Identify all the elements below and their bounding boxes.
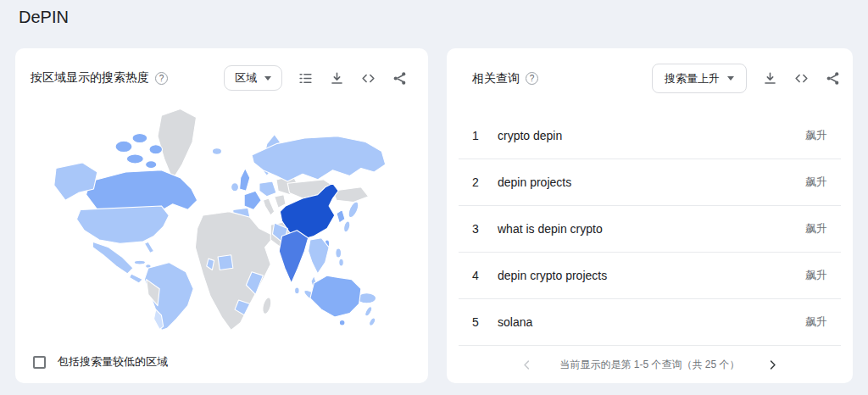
map-region-japan[interactable] <box>342 220 351 233</box>
next-page-icon[interactable] <box>765 357 781 372</box>
map-region-canada[interactable] <box>86 170 198 212</box>
pagination-label: 当前显示的是第 1-5 个查询（共 25 个） <box>559 358 739 372</box>
map-region-canadian-arctic[interactable] <box>115 141 132 152</box>
map-region-mexico[interactable] <box>92 242 133 274</box>
query-row[interactable]: 3 what is depin crypto 飙升 <box>459 206 841 253</box>
world-map[interactable] <box>25 104 418 334</box>
query-rank: 2 <box>472 175 484 189</box>
query-text: what is depin crypto <box>498 222 603 236</box>
query-value-badge: 飙升 <box>805 175 827 190</box>
region-card-header: 按区域显示的搜索热度 ? 区域 <box>15 48 428 91</box>
query-rank: 3 <box>472 222 484 236</box>
queries-sort-dropdown-value: 搜索量上升 <box>665 71 720 86</box>
map-region-new-zealand[interactable] <box>364 306 373 317</box>
map-region-india[interactable] <box>279 231 308 283</box>
related-queries-card: 相关查询 ? 搜索量上升 <box>447 48 853 383</box>
query-row[interactable]: 1 crypto depin 飙升 <box>459 113 841 159</box>
google-trends-page: DePIN 按区域显示的搜索热度 ? 区域 <box>0 0 868 395</box>
help-icon[interactable]: ? <box>155 72 168 85</box>
map-region-united-states[interactable] <box>76 206 169 243</box>
map-region-indochina[interactable] <box>309 238 329 274</box>
map-region-balkans[interactable] <box>275 195 286 209</box>
map-region-sri-lanka[interactable] <box>295 287 300 294</box>
map-region-florida[interactable] <box>144 242 153 253</box>
map-region-canadian-arctic[interactable] <box>126 154 143 164</box>
region-view-dropdown-value: 区域 <box>235 70 257 86</box>
query-text: depin projects <box>498 175 571 189</box>
map-region-tasmania[interactable] <box>339 320 345 325</box>
query-value-badge: 飙升 <box>805 221 827 236</box>
query-text: solana <box>498 315 532 329</box>
embed-icon[interactable] <box>359 70 376 86</box>
region-card-title: 按区域显示的搜索热度 <box>31 70 149 86</box>
map-region-france[interactable] <box>244 191 261 209</box>
map-region-cuba[interactable] <box>134 260 145 264</box>
download-icon[interactable] <box>328 70 345 86</box>
map-region-central-america[interactable] <box>130 274 143 283</box>
include-low-volume-row[interactable]: 包括搜索量较低的区域 <box>33 354 168 370</box>
map-region-ireland[interactable] <box>231 183 239 192</box>
map-region-australia[interactable] <box>310 275 361 317</box>
help-icon[interactable]: ? <box>526 72 538 85</box>
chevron-down-icon <box>264 76 271 81</box>
map-region-africa[interactable] <box>195 212 274 331</box>
page-title: DePIN <box>19 8 69 27</box>
map-region-italy[interactable] <box>263 198 274 215</box>
related-queries-list: 1 crypto depin 飙升 2 depin projects 飙升 3 … <box>447 113 853 346</box>
map-region-philippines[interactable] <box>336 248 342 258</box>
query-rank: 1 <box>472 129 484 142</box>
previous-page-icon[interactable] <box>519 357 534 372</box>
embed-icon[interactable] <box>793 70 810 87</box>
map-region-new-zealand[interactable] <box>368 317 376 326</box>
map-region-nigeria[interactable] <box>218 255 233 270</box>
query-rank: 5 <box>472 315 484 329</box>
map-region-canadian-arctic[interactable] <box>132 133 147 142</box>
choropleth-map-svg <box>25 104 418 334</box>
share-icon[interactable] <box>391 70 408 86</box>
query-rank: 4 <box>472 269 484 282</box>
query-value-badge: 飙升 <box>805 268 827 283</box>
share-icon[interactable] <box>824 70 841 87</box>
query-text: crypto depin <box>498 129 562 142</box>
include-low-volume-label: 包括搜索量较低的区域 <box>58 354 168 370</box>
map-region-greenland[interactable] <box>158 109 197 180</box>
map-region-madagascar[interactable] <box>261 297 273 315</box>
map-region-south-korea[interactable] <box>337 209 345 223</box>
query-row[interactable]: 4 depin crypto projects 飙升 <box>459 253 841 299</box>
region-view-dropdown[interactable]: 区域 <box>224 65 282 91</box>
list-view-icon[interactable] <box>297 70 314 86</box>
chevron-down-icon <box>727 76 734 81</box>
map-region-canadian-arctic[interactable] <box>146 161 157 169</box>
query-value-badge: 飙升 <box>805 314 827 330</box>
queries-card-header: 相关查询 ? 搜索量上升 <box>447 48 853 93</box>
query-value-badge: 飙升 <box>805 128 827 143</box>
queries-sort-dropdown[interactable]: 搜索量上升 <box>652 64 747 93</box>
query-text: depin crypto projects <box>498 269 607 282</box>
queries-card-title: 相关查询 <box>472 71 520 86</box>
map-region-iceland[interactable] <box>212 148 221 155</box>
map-region-united-kingdom[interactable] <box>240 169 250 192</box>
include-low-volume-checkbox[interactable] <box>33 356 46 369</box>
download-icon[interactable] <box>761 70 778 87</box>
map-region-canadian-arctic[interactable] <box>149 145 163 154</box>
pagination: 当前显示的是第 1-5 个查询（共 25 个） <box>447 346 853 383</box>
map-region-central-europe[interactable] <box>259 181 276 197</box>
query-row[interactable]: 5 solana 飙升 <box>459 299 841 346</box>
interest-by-region-card: 按区域显示的搜索热度 ? 区域 <box>15 48 428 383</box>
map-region-philippines[interactable] <box>339 259 344 266</box>
map-region-japan[interactable] <box>347 200 361 219</box>
query-row[interactable]: 2 depin projects 飙升 <box>459 159 841 206</box>
